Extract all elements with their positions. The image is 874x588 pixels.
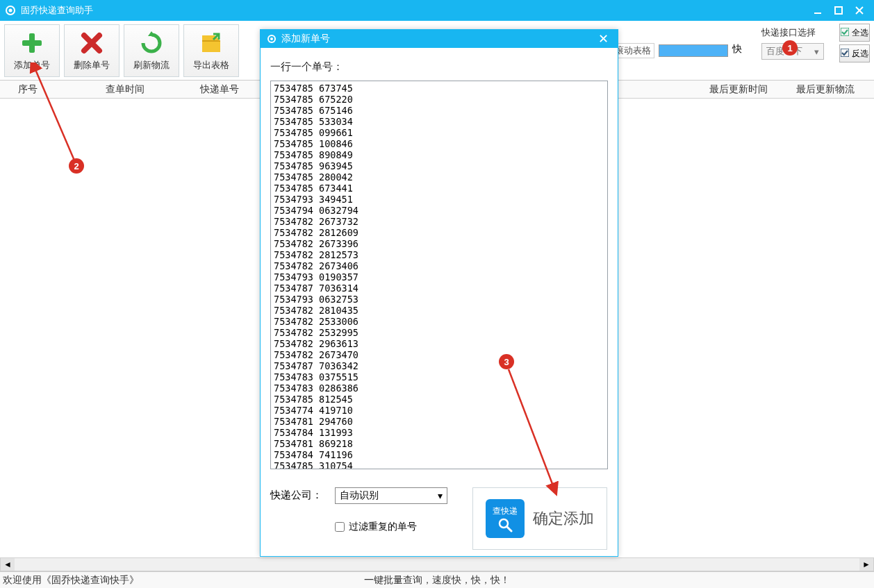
filter-checkbox-input[interactable] — [335, 522, 345, 532]
invert-select-button[interactable]: 反选 — [839, 44, 870, 62]
plus-icon — [19, 30, 45, 56]
dialog-close-button[interactable]: ✕ — [594, 30, 612, 48]
search-express-icon: 查快递 — [486, 499, 525, 538]
close-button[interactable] — [849, 1, 870, 20]
kuai-label: 快 — [732, 43, 742, 56]
svg-rect-8 — [22, 40, 42, 46]
svg-rect-4 — [835, 7, 842, 14]
refresh-icon — [138, 30, 165, 56]
svg-point-13 — [270, 37, 273, 40]
app-icon — [4, 4, 17, 17]
col-seq: 序号 — [0, 83, 56, 96]
status-bar: 欢迎使用《固乔快递查询快手》 一键批量查询，速度快，快，快！ — [0, 571, 874, 588]
scroll-right-arrow[interactable]: ► — [859, 558, 873, 571]
scroll-left-arrow[interactable]: ◄ — [1, 558, 15, 571]
company-selected: 自动识别 — [340, 489, 379, 502]
filter-dup-label: 过滤重复的单号 — [349, 521, 417, 533]
dialog-icon — [266, 33, 277, 44]
export-button[interactable]: 导出表格 — [183, 24, 239, 77]
annotation-2: 2 — [69, 158, 84, 174]
col-last-update-logi: 最后更新物流 — [791, 83, 874, 96]
export-icon — [198, 30, 224, 56]
svg-line-15 — [507, 527, 511, 531]
company-select[interactable]: 自动识别 ▾ — [335, 487, 447, 504]
add-label: 添加单号 — [14, 59, 50, 72]
status-center: 一键批量查询，速度快，快，快！ — [364, 574, 510, 587]
dialog-title: 添加新单号 — [281, 33, 330, 45]
col-query-time: 查单时间 — [56, 83, 195, 96]
horizontal-scrollbar[interactable]: ◄ ► — [0, 557, 874, 571]
minimize-button[interactable] — [807, 1, 828, 20]
company-label: 快递公司： — [270, 487, 322, 502]
dialog-titlebar: 添加新单号 ✕ — [261, 30, 618, 48]
maximize-button[interactable] — [828, 1, 849, 20]
svg-rect-10 — [841, 49, 849, 57]
status-left: 欢迎使用《固乔快递查询快手》 — [0, 574, 139, 587]
tracking-textarea[interactable] — [270, 81, 608, 469]
confirm-label: 确定添加 — [533, 508, 594, 529]
col-last-update-time: 最后更新时间 — [686, 83, 791, 96]
filter-duplicates-checkbox[interactable]: 过滤重复的单号 — [335, 521, 447, 533]
delete-tracking-button[interactable]: 删除单号 — [64, 24, 119, 77]
api-title: 快递接口选择 — [761, 26, 824, 39]
refresh-label: 刷新物流 — [133, 59, 170, 72]
check-icon — [841, 28, 850, 37]
annotation-1: 1 — [782, 40, 798, 56]
refresh-button[interactable]: 刷新物流 — [124, 24, 179, 77]
window-title: 固乔快递查询助手 — [21, 4, 93, 17]
annotation-3: 3 — [499, 354, 514, 369]
invert-icon — [841, 49, 850, 58]
invert-select-label: 反选 — [852, 48, 868, 60]
select-all-label: 全选 — [852, 27, 868, 39]
confirm-add-button[interactable]: 查快递 确定添加 — [472, 487, 607, 550]
chevron-down-icon: ▾ — [814, 47, 819, 57]
delete-icon — [79, 30, 105, 56]
add-tracking-button[interactable]: 添加单号 — [4, 24, 60, 77]
progress-bar — [659, 44, 728, 57]
svg-point-2 — [9, 9, 13, 12]
select-all-button[interactable]: 全选 — [839, 24, 870, 42]
line-label: 一行一个单号： — [270, 60, 608, 74]
export-label: 导出表格 — [193, 59, 229, 72]
scroll-track[interactable] — [15, 558, 859, 571]
add-tracking-dialog: 添加新单号 ✕ 一行一个单号： 快递公司： 自动识别 ▾ 过滤重复的单号 查快递 — [260, 29, 618, 557]
chevron-down-icon: ▾ — [438, 490, 443, 501]
svg-rect-9 — [841, 28, 849, 36]
delete-label: 删除单号 — [74, 59, 110, 72]
title-bar: 固乔快递查询助手 — [0, 0, 874, 21]
